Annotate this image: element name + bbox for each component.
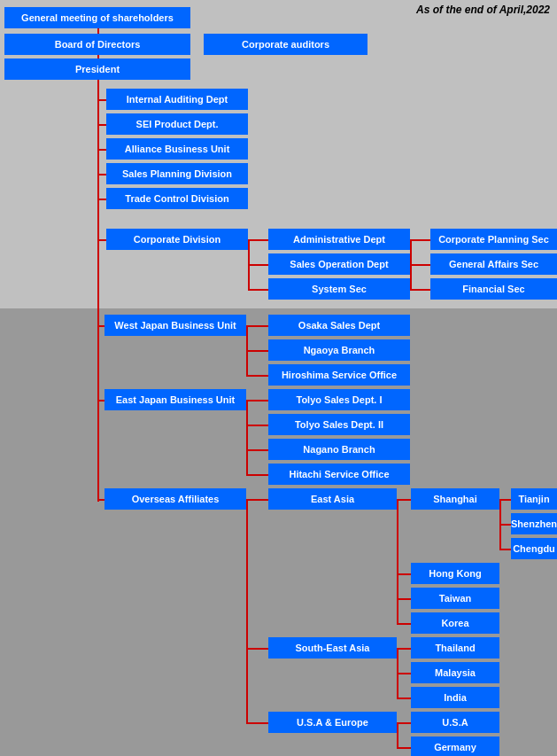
line-admin-to-corp-plan [410,239,432,241]
line-ov-v [246,499,248,722]
node-osaka_sales: Osaka Sales Dept [268,315,410,336]
line-main-v-bu [97,253,99,502]
line-ej-to-nagano [246,449,270,451]
line-wj-to-hiroshima [246,375,270,377]
line-ea-v [397,499,398,623]
node-southeast_asia: South-East Asia [268,637,397,659]
node-east_japan_bu: East Japan Business Unit [104,389,246,410]
node-east_asia: East Asia [268,488,397,510]
node-alliance_bu: Alliance Business Unit [106,138,248,160]
org-chart: As of the end of April,2022 [0,0,557,756]
node-tolyo_sales_2: Tolyo Sales Dept. II [268,414,410,435]
line-to-general-affairs [410,264,432,266]
node-hitachi_office: Hitachi Service Office [268,464,410,485]
line-ov-to-east-asia [246,499,270,501]
node-india: India [411,687,499,708]
node-shenzhen: Shenzhen [511,513,557,534]
line-ej-to-hitachi [246,474,270,476]
node-nagano_branch: Nagano Branch [268,439,410,460]
line-corp-to-admin [248,239,270,241]
node-board_directors: Board of Directors [4,34,190,55]
node-general_meeting: General meeting of shareholders [4,7,190,28]
node-corporate_planning_sec: Corporate Planning Sec [430,229,557,250]
node-president: President [4,58,190,80]
node-sei_product: SEI Product Dept. [106,113,248,135]
line-wj-to-osaka [246,325,270,327]
node-trade_control: Trade Control Division [106,188,248,209]
node-chengdu: Chengdu [511,538,557,559]
line-ej-to-tolyo1 [246,400,270,401]
node-usa_europe: U.S.A & Europe [268,712,397,733]
line-ov-to-sea [246,648,270,650]
line-president-down [97,80,99,253]
node-general_affairs_sec: General Affairs Sec [430,253,557,275]
line-ej-to-tolyo2 [246,425,270,426]
node-sales_planning: Sales Planning Division [106,163,248,184]
node-internal_auditing: Internal Auditing Dept [106,89,248,110]
node-west_japan_bu: West Japan Business Unit [104,315,246,336]
timestamp: As of the end of April,2022 [416,4,550,16]
node-hiroshima_office: Hiroshima Service Office [268,364,410,386]
node-corporate_division: Corporate Division [106,229,248,250]
line-ov-to-usa-eu [246,722,270,724]
line-usaeu-v [397,722,398,747]
node-overseas_affiliates: Overseas Affiliates [104,488,246,510]
node-tianjin: Tianjin [511,488,557,510]
line-ej-v [246,400,248,474]
node-korea: Korea [411,612,499,634]
node-thailand: Thailand [411,637,499,659]
node-administrative_dept: Administrative Dept [268,229,410,250]
node-ngaoya_branch: Ngaoya Branch [268,339,410,361]
node-usa: U.S.A [411,712,499,733]
line-wj-to-ngaoya [246,350,270,352]
node-taiwan: Taiwan [411,588,499,609]
line-corp-to-sales-op [248,264,270,266]
line-to-financial [410,289,432,291]
node-hong_kong: Hong Kong [411,563,499,584]
node-malaysia: Malaysia [411,662,499,683]
node-corporate_auditors: Corporate auditors [204,34,367,55]
node-system_sec: System Sec [268,278,410,300]
node-financial_sec: Financial Sec [430,278,557,300]
node-tolyo_sales_1: Tolyo Sales Dept. I [268,389,410,410]
node-shanghai: Shanghai [411,488,499,510]
line-corp-to-system [248,289,270,291]
node-germany: Germany [411,737,499,756]
node-sales_operation_dept: Sales Operation Dept [268,253,410,275]
